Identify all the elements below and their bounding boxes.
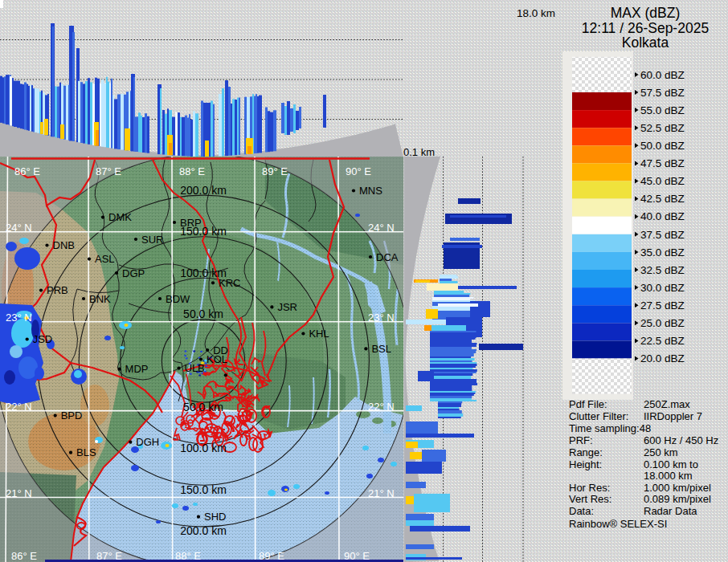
svg-text:KOL: KOL <box>207 353 227 365</box>
svg-text:DNB: DNB <box>53 239 75 251</box>
svg-text:PRB: PRB <box>47 284 68 296</box>
svg-text:86° E: 86° E <box>14 165 40 177</box>
svg-text:18.0 km: 18.0 km <box>517 7 555 19</box>
svg-text:21° N: 21° N <box>6 487 32 499</box>
svg-text:90° E: 90° E <box>344 550 370 562</box>
svg-text:PRF:: PRF: <box>569 434 593 446</box>
svg-text:50.0 km: 50.0 km <box>183 401 223 413</box>
svg-text:Vert Res:: Vert Res: <box>569 493 611 505</box>
svg-text:0.100 km to: 0.100 km to <box>644 458 698 470</box>
svg-text:MNS: MNS <box>359 185 382 197</box>
svg-text:100.0 km: 100.0 km <box>180 442 227 454</box>
svg-text:DGH: DGH <box>136 436 159 448</box>
svg-text:89° E: 89° E <box>259 550 284 562</box>
svg-text:MDP: MDP <box>125 363 149 375</box>
svg-text:Kolkata: Kolkata <box>622 35 669 51</box>
svg-text:42.5 dBZ: 42.5 dBZ <box>640 193 685 205</box>
svg-text:JSD: JSD <box>33 333 53 345</box>
svg-text:200.0 km: 200.0 km <box>180 524 227 537</box>
svg-text:Radar Data: Radar Data <box>644 505 697 517</box>
svg-text:32.5 dBZ: 32.5 dBZ <box>640 264 685 276</box>
svg-text:Hor Res:: Hor Res: <box>569 482 610 494</box>
svg-text:45.0 dBZ: 45.0 dBZ <box>640 175 685 187</box>
svg-text:25.0 dBZ: 25.0 dBZ <box>640 317 685 329</box>
svg-text:0.089 km/pixel: 0.089 km/pixel <box>644 493 711 505</box>
svg-text:52.5 dBZ: 52.5 dBZ <box>640 122 685 134</box>
svg-text:150.0 km: 150.0 km <box>180 483 227 496</box>
svg-text:Height:: Height: <box>569 458 602 470</box>
svg-text:JSR: JSR <box>277 301 297 313</box>
svg-text:90° E: 90° E <box>346 165 371 177</box>
svg-text:ULB: ULB <box>185 362 205 374</box>
svg-text:DGP: DGP <box>122 267 145 279</box>
svg-text:22° N: 22° N <box>6 401 32 413</box>
svg-text:BSL: BSL <box>371 343 391 355</box>
svg-text:ASL: ASL <box>95 253 115 265</box>
svg-text:600 Hz / 450 Hz: 600 Hz / 450 Hz <box>644 434 718 446</box>
svg-text:Pdf File:: Pdf File: <box>569 398 607 410</box>
svg-text:250 km: 250 km <box>644 446 678 458</box>
svg-text:87° E: 87° E <box>96 165 121 177</box>
svg-text:MAX (dBZ): MAX (dBZ) <box>611 5 681 21</box>
svg-text:BPD: BPD <box>61 409 83 422</box>
svg-text:200.0 km: 200.0 km <box>180 184 227 197</box>
svg-text:18.000 km: 18.000 km <box>644 470 693 482</box>
svg-text:24° N: 24° N <box>368 222 395 234</box>
svg-text:88° E: 88° E <box>175 550 201 562</box>
svg-text:BNK: BNK <box>89 293 111 305</box>
svg-text:KHL: KHL <box>309 328 329 340</box>
svg-text:1.000 km/pixel: 1.000 km/pixel <box>644 482 711 494</box>
svg-text:89° E: 89° E <box>262 165 288 177</box>
svg-text:Range:: Range: <box>569 446 603 458</box>
svg-text:50.0 km: 50.0 km <box>183 307 223 320</box>
svg-text:60.0 dBZ: 60.0 dBZ <box>640 69 685 81</box>
svg-text:BDW: BDW <box>166 293 190 305</box>
svg-text:Clutter Filter:: Clutter Filter: <box>569 410 628 422</box>
svg-text:12:11 / 26-Sep-2025: 12:11 / 26-Sep-2025 <box>582 20 709 36</box>
svg-text:40.0 dBZ: 40.0 dBZ <box>640 210 685 222</box>
svg-text:47.5 dBZ: 47.5 dBZ <box>640 157 685 169</box>
svg-text:150.0 km: 150.0 km <box>180 225 227 238</box>
svg-text:IIRDoppler 7: IIRDoppler 7 <box>644 410 702 422</box>
svg-text:250Z.max: 250Z.max <box>644 398 690 410</box>
svg-text:37.5 dBZ: 37.5 dBZ <box>640 229 685 241</box>
svg-text:20.0 dBZ: 20.0 dBZ <box>640 352 685 364</box>
svg-text:30.0 dBZ: 30.0 dBZ <box>640 282 685 294</box>
svg-text:SUR: SUR <box>141 234 163 246</box>
svg-text:35.0 dBZ: 35.0 dBZ <box>640 246 685 259</box>
svg-text:86° E: 86° E <box>11 550 37 562</box>
svg-text:DMK: DMK <box>108 211 132 223</box>
svg-text:27.5 dBZ: 27.5 dBZ <box>640 299 685 312</box>
svg-text:50.0 dBZ: 50.0 dBZ <box>640 140 685 152</box>
svg-text:55.0 dBZ: 55.0 dBZ <box>640 104 685 116</box>
svg-text:100.0 km: 100.0 km <box>180 267 227 279</box>
svg-text:21° N: 21° N <box>368 487 395 499</box>
svg-text:BLS: BLS <box>76 446 96 458</box>
svg-text:DCA: DCA <box>376 251 399 263</box>
svg-text:88° E: 88° E <box>179 165 205 177</box>
svg-text:23° N: 23° N <box>368 312 395 324</box>
svg-text:87° E: 87° E <box>96 550 122 562</box>
svg-text:24° N: 24° N <box>6 222 32 234</box>
svg-text:Data:: Data: <box>569 505 594 517</box>
svg-text:0.1 km: 0.1 km <box>403 146 435 158</box>
svg-text:22° N: 22° N <box>368 401 395 413</box>
svg-text:Time sampling:48: Time sampling:48 <box>569 422 651 434</box>
svg-text:22.5 dBZ: 22.5 dBZ <box>640 335 685 347</box>
svg-text:SHD: SHD <box>204 511 226 523</box>
svg-text:57.5 dBZ: 57.5 dBZ <box>640 87 685 99</box>
svg-text:23° N: 23° N <box>6 312 32 324</box>
svg-text:Rainbow® SELEX-SI: Rainbow® SELEX-SI <box>569 518 667 530</box>
